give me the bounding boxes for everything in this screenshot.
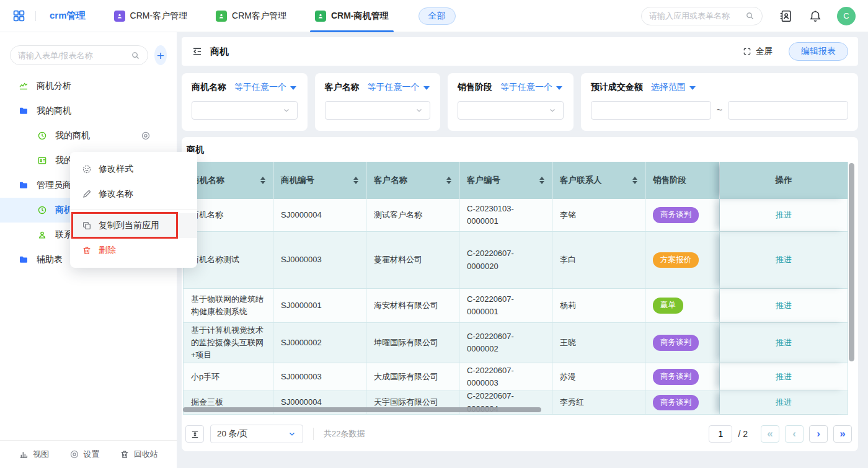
page-size-select[interactable]: 20 条/页 — [210, 425, 303, 443]
app-tab[interactable]: CRM-商机管理 — [315, 0, 389, 32]
collapse-sidebar-icon[interactable] — [192, 46, 203, 57]
filter-card: 预计成交金额选择范围~ — [581, 73, 858, 131]
horizontal-scrollbar[interactable] — [183, 407, 541, 412]
table-cell: 苏漫 — [552, 363, 645, 391]
column-header[interactable]: 商机编号 — [273, 162, 366, 199]
table-cell: 李秀红 — [552, 391, 645, 414]
cell-text: 基于物联网的建筑结构健康检测系统 — [191, 293, 265, 318]
bell-icon[interactable] — [808, 9, 822, 23]
page-number-input[interactable] — [709, 425, 732, 443]
edit-report-button[interactable]: 编辑报表 — [789, 42, 848, 61]
add-button[interactable]: + — [154, 45, 167, 65]
range-max-input[interactable] — [728, 101, 848, 120]
prev-page-button[interactable]: ‹ — [785, 425, 804, 443]
menu-item[interactable]: 复制到当前应用 — [70, 213, 197, 238]
form-search[interactable] — [10, 45, 148, 65]
sort-icon[interactable] — [627, 177, 637, 184]
vertical-scrollbar[interactable] — [849, 163, 854, 413]
sidebar-footer-label: 回收站 — [134, 449, 158, 460]
column-header[interactable]: 销售阶段 — [645, 162, 720, 199]
filter-select[interactable] — [192, 101, 298, 120]
column-header-label: 销售阶段 — [653, 175, 686, 186]
filter-control: ~ — [591, 101, 848, 120]
advance-link[interactable]: 推进 — [776, 299, 792, 312]
table-row: 基于物联网的建筑结构健康检测系统SJ0000001海安材料有限公司C-20220… — [184, 289, 848, 323]
sidebar-item[interactable]: 我的商机 — [0, 99, 177, 123]
filter-condition[interactable]: 等于任意一个 — [234, 82, 296, 93]
filter-condition[interactable]: 等于任意一个 — [500, 82, 562, 93]
column-header-label: 客户编号 — [467, 175, 500, 186]
filter-select[interactable] — [325, 101, 431, 120]
report-header: 商机 全屏 编辑报表 — [182, 37, 858, 66]
sidebar-footer: 视图设置回收站 — [0, 440, 177, 468]
stage-badge: 商务谈判 — [653, 207, 699, 223]
sidebar-footer-label: 设置 — [84, 449, 100, 460]
column-header[interactable]: 操作 — [720, 162, 848, 199]
column-header[interactable]: 客户联系人 — [552, 162, 645, 199]
menu-item-label: 删除 — [99, 245, 116, 256]
first-page-button[interactable]: « — [761, 425, 779, 443]
menu-item[interactable]: 删除 — [70, 238, 197, 263]
global-search[interactable] — [641, 7, 763, 25]
sidebar-item[interactable]: 我的商机 — [0, 123, 177, 148]
menu-item[interactable]: 修改样式 — [70, 157, 197, 182]
advance-link[interactable]: 推进 — [776, 396, 792, 408]
next-page-button[interactable]: › — [809, 425, 828, 443]
filter-condition-label: 选择范围 — [651, 82, 686, 93]
range-min-input[interactable] — [591, 101, 711, 120]
table-body: 商机名称SJ0000004测试客户名称C-20230103-0000001李铭商… — [184, 199, 848, 415]
cell-text: C-20220607-0000001 — [467, 293, 544, 318]
sidebar-item-label: 我的商机 — [55, 130, 90, 141]
table-row: 商机名称测试SJ0000003蔓霍材料公司C-20220607-0000020李… — [184, 232, 848, 289]
last-page-button[interactable]: » — [833, 425, 852, 443]
global-search-input[interactable] — [649, 11, 740, 20]
filter-head: 商机名称等于任意一个 — [192, 82, 298, 93]
menu-item-label: 修改名称 — [99, 188, 133, 200]
sort-icon[interactable] — [534, 177, 544, 184]
sort-icon[interactable] — [441, 177, 451, 184]
table-cell: 李铭 — [552, 199, 645, 231]
vertical-scrollbar-thumb[interactable] — [849, 163, 854, 361]
sort-icon[interactable] — [348, 177, 358, 184]
sort-icon[interactable] — [255, 177, 265, 184]
filter-condition[interactable]: 选择范围 — [651, 82, 696, 93]
filter-condition[interactable]: 等于任意一个 — [368, 82, 430, 93]
filter-card: 客户名称等于任意一个 — [315, 73, 441, 131]
sidebar-item[interactable]: 商机分析 — [0, 74, 177, 99]
range-separator: ~ — [717, 105, 722, 116]
sidebar-footer-settings[interactable]: 设置 — [69, 449, 100, 460]
column-header[interactable]: 客户编号 — [459, 162, 552, 199]
apps-grid-icon[interactable] — [12, 9, 25, 22]
fullscreen-button[interactable]: 全屏 — [743, 46, 773, 57]
advance-link[interactable]: 推进 — [776, 209, 792, 221]
advance-link[interactable]: 推进 — [776, 337, 792, 349]
pencil-icon — [82, 189, 92, 199]
filter-card: 销售阶段等于任意一个 — [448, 73, 574, 131]
menu-divider — [70, 210, 197, 210]
advance-link[interactable]: 推进 — [776, 371, 792, 383]
table-cell: 海安材料有限公司 — [366, 289, 459, 322]
table-cell: 小p手环 — [184, 363, 273, 391]
cell-text: 小p手环 — [191, 371, 219, 383]
table-cell: 测试客户名称 — [366, 199, 459, 231]
user-avatar[interactable]: C — [837, 7, 856, 25]
cell-text: C-20220607-0000020 — [467, 247, 544, 272]
filter-label: 销售阶段 — [458, 82, 492, 93]
table-cell: C-20220607-0000001 — [459, 289, 552, 322]
sidebar-footer-recycle[interactable]: 回收站 — [120, 449, 158, 460]
contacts-icon[interactable] — [779, 9, 792, 23]
menu-item[interactable]: 修改名称 — [70, 182, 197, 206]
sidebar-footer-views[interactable]: 视图 — [19, 449, 49, 460]
app-tab[interactable]: CRM-客户管理 — [114, 0, 188, 32]
form-search-input[interactable] — [18, 51, 127, 60]
column-header[interactable]: 客户名称 — [366, 162, 459, 199]
action-cell: 推进 — [720, 391, 848, 414]
advance-link[interactable]: 推进 — [776, 254, 792, 266]
filter-select[interactable] — [458, 101, 564, 120]
row-height-button[interactable] — [185, 425, 204, 443]
all-tabs-button[interactable]: 全部 — [418, 7, 456, 25]
app-brand[interactable]: crm管理 — [50, 10, 86, 22]
stage-cell: 商务谈判 — [645, 323, 720, 363]
menu-item-label: 复制到当前应用 — [99, 220, 159, 231]
app-tab[interactable]: CRM客户管理 — [216, 0, 286, 32]
